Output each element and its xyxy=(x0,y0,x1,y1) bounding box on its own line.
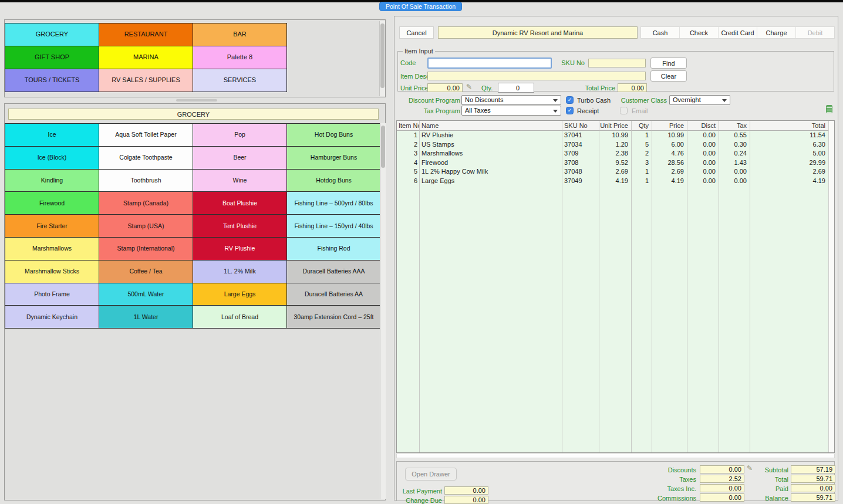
item-button-boat-plushie[interactable]: Boat Plushie xyxy=(193,191,287,215)
item-button-coffee-tea[interactable]: Coffee / Tea xyxy=(99,260,193,283)
customer-class-select[interactable]: Overnight xyxy=(669,95,730,105)
item-button-fishing-line-500yrd-80lbs[interactable]: Fishing Line – 500yrd / 80lbs xyxy=(286,191,381,215)
open-drawer-button[interactable]: Open Drawer xyxy=(405,468,457,481)
item-button-stamp-canada[interactable]: Stamp (Canada) xyxy=(99,191,193,215)
unit-price-edit-pencil-icon[interactable]: ✎ xyxy=(466,83,472,90)
item-button-stamp-usa[interactable]: Stamp (USA) xyxy=(99,214,193,238)
table-row[interactable]: 51L 2% Happy Cow Milk370482.6912.690.000… xyxy=(397,167,834,177)
grocery-panel: GROCERY IceAqua Soft Toilet PaperPopHot … xyxy=(4,103,386,500)
sku-input[interactable] xyxy=(588,59,646,67)
item-button-500ml-water[interactable]: 500mL Water xyxy=(99,283,193,306)
item-button-photo-frame[interactable]: Photo Frame xyxy=(5,283,99,306)
item-button-kindling[interactable]: Kindling xyxy=(5,169,99,192)
payment-button-cash[interactable]: Cash xyxy=(641,27,680,38)
cell-qty: 5 xyxy=(631,140,652,150)
item-button-duracell-batteries-aa[interactable]: Duracell Batteries AA xyxy=(286,283,381,306)
payment-button-debit: Debit xyxy=(796,27,834,38)
item-button-fishing-line-150yrd-40lbs[interactable]: Fishing Line – 150yrd / 40lbs xyxy=(286,214,381,238)
items-table-hscrollbar[interactable] xyxy=(396,454,835,458)
account-name-field[interactable]: Dynamic RV Resort and Marina xyxy=(438,26,638,39)
items-table-header: Item NoNameSKU NoUnit PriceQtyPriceDisct… xyxy=(397,121,834,131)
table-row[interactable]: 2US Stamps370341.2056.000.000.306.30 xyxy=(397,140,834,150)
category-button-restaurant[interactable]: RESTAURANT xyxy=(99,23,193,46)
category-button-rv-sales-supplies[interactable]: RV SALES / SUPPLIES xyxy=(99,69,193,92)
category-button-gift-shop[interactable]: GIFT SHOP xyxy=(5,46,99,69)
cell-price: 2.69 xyxy=(652,167,687,177)
customer-class-label: Customer Class xyxy=(620,97,667,104)
code-input[interactable] xyxy=(427,57,552,69)
turbo-cash-label: Turbo Cash xyxy=(577,97,611,104)
item-button-1l-2-milk[interactable]: 1L. 2% Milk xyxy=(193,260,287,283)
payment-button-check[interactable]: Check xyxy=(680,27,719,38)
item-button-dynamic-keychain[interactable]: Dynamic Keychain xyxy=(5,305,99,329)
cell-total: 4.19 xyxy=(750,177,829,186)
category-button-services[interactable]: SERVICES xyxy=(193,69,287,92)
item-button-tent-plushie[interactable]: Tent Plushie xyxy=(193,214,287,238)
clear-button[interactable]: Clear xyxy=(650,70,687,82)
table-row[interactable]: 1RV Plushie3704110.99110.990.000.5511.54 xyxy=(397,131,834,140)
item-button-30amp-extension-cord-25ft[interactable]: 30amp Extension Cord – 25ft xyxy=(286,305,381,329)
category-button-bar[interactable]: BAR xyxy=(193,23,287,46)
commissions-label: Commissions xyxy=(627,495,696,502)
category-scrollbar-thumb[interactable] xyxy=(380,23,385,88)
category-button-grocery[interactable]: GROCERY xyxy=(5,23,99,46)
cancel-button[interactable]: Cancel xyxy=(399,26,434,39)
item-button-rv-plushie[interactable]: RV Plushie xyxy=(193,237,287,261)
table-row[interactable]: 6Large Eggs370494.1914.190.000.004.19 xyxy=(397,177,834,186)
discount-program-select[interactable]: No Discounts xyxy=(461,95,561,105)
item-button-stamp-international[interactable]: Stamp (International) xyxy=(99,237,193,261)
item-desc-input[interactable] xyxy=(427,72,646,80)
items-table-scrollbar[interactable] xyxy=(828,121,834,453)
category-button-palette-8[interactable]: Palette 8 xyxy=(193,46,287,69)
item-button-ice-block[interactable]: Ice (Block) xyxy=(5,146,99,170)
cell-item-no: 2 xyxy=(397,140,419,150)
item-button-hot-dog-buns[interactable]: Hot Dog Buns xyxy=(286,123,381,147)
item-input-group: Item Input Code SKU No Find Item Desc Cl… xyxy=(397,48,834,92)
header-qty: Qty xyxy=(631,121,652,130)
item-button-ice[interactable]: Ice xyxy=(5,123,99,147)
cell-name: US Stamps xyxy=(419,140,562,150)
payment-button-credit-card[interactable]: Credit Card xyxy=(719,27,757,38)
category-button-tours-tickets[interactable]: TOURS / TICKETS xyxy=(5,69,99,92)
item-button-marshmallow-sticks[interactable]: Marshmallow Sticks xyxy=(5,260,99,283)
item-button-aqua-soft-toilet-paper[interactable]: Aqua Soft Toilet Paper xyxy=(99,123,193,147)
table-row[interactable]: 4Firewood37089.52328.560.001.4329.99 xyxy=(397,158,834,168)
receipt-icon[interactable] xyxy=(826,105,832,113)
category-scrollbar[interactable] xyxy=(379,21,385,96)
grocery-scrollbar-thumb[interactable] xyxy=(381,126,385,168)
item-button-duracell-batteries-aaa[interactable]: Duracell Batteries AAA xyxy=(286,260,381,283)
item-button-hotdog-buns[interactable]: Hotdog Buns xyxy=(286,169,381,192)
cell-disct: 0.00 xyxy=(687,158,719,168)
find-button[interactable]: Find xyxy=(650,57,687,69)
item-button-fire-starter[interactable]: Fire Starter xyxy=(5,214,99,238)
grocery-scrollbar[interactable] xyxy=(380,123,386,499)
table-row[interactable]: 3Marshmallows37092.3824.760.000.245.00 xyxy=(397,149,834,158)
item-button-loaf-of-bread[interactable]: Loaf of Bread xyxy=(193,305,287,329)
total-price-input[interactable] xyxy=(618,83,647,92)
item-button-wine[interactable]: Wine xyxy=(193,169,287,192)
item-button-hamburger-buns[interactable]: Hamburger Buns xyxy=(286,146,381,170)
item-button-1l-water[interactable]: 1L Water xyxy=(99,305,193,329)
panel-splitter-grip[interactable] xyxy=(176,99,217,102)
item-button-pop[interactable]: Pop xyxy=(193,123,287,147)
turbo-cash-checkbox[interactable]: ✓ xyxy=(566,96,574,104)
item-button-beer[interactable]: Beer xyxy=(193,146,287,170)
tax-program-select[interactable]: All Taxes xyxy=(461,106,561,116)
item-button-toothbrush[interactable]: Toothbrush xyxy=(99,169,193,192)
receipt-checkbox[interactable]: ✓ xyxy=(566,107,574,114)
item-button-colgate-toothpaste[interactable]: Colgate Toothpaste xyxy=(99,146,193,170)
item-button-marshmallows[interactable]: Marshmallows xyxy=(5,237,99,261)
cell-sku-no: 37034 xyxy=(562,140,599,150)
unit-price-input[interactable] xyxy=(427,83,463,92)
cell-disct: 0.00 xyxy=(687,131,719,140)
item-button-large-eggs[interactable]: Large Eggs xyxy=(193,283,287,306)
item-button-firewood[interactable]: Firewood xyxy=(5,191,99,215)
qty-input[interactable] xyxy=(498,83,534,93)
cell-item-no: 1 xyxy=(397,131,419,140)
payment-button-charge[interactable]: Charge xyxy=(757,27,796,38)
item-button-fishing-rod[interactable]: Fishing Rod xyxy=(286,237,381,261)
email-checkbox[interactable] xyxy=(620,107,628,114)
cell-unit-price: 2.38 xyxy=(599,149,631,158)
category-button-marina[interactable]: MARINA xyxy=(99,46,193,69)
cell-total: 2.69 xyxy=(750,167,829,177)
